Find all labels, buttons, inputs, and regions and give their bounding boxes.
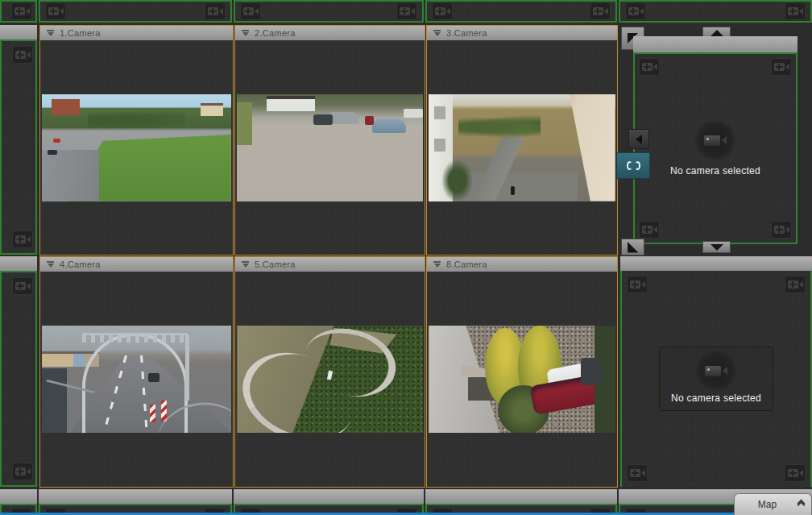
camera-lens-glyph [27,283,31,289]
camera-tile-3[interactable]: 3.Camera [426,25,618,255]
scene-trees [88,111,186,128]
camera-lens-glyph [27,236,31,243]
scene-van-white [404,109,423,118]
camera-glyph [15,235,26,243]
camera-glyph [15,51,26,59]
empty-cell[interactable] [39,0,232,23]
camera-titlebar[interactable]: 2.Camera [235,26,425,40]
expand-corner-bottom-left-button[interactable] [621,239,644,255]
camera-add-icon[interactable] [785,276,806,293]
camera-menu-icon[interactable] [241,30,250,36]
camera-menu-icon[interactable] [46,261,55,268]
camera-add-icon[interactable] [627,276,648,293]
camera-tile-4[interactable]: 4.Camera [39,256,234,488]
scene-barrier-stripe [150,405,155,422]
placeholder-box: No camera selected [659,347,773,411]
scene-grass [237,102,251,145]
camera-glyph [642,63,652,71]
camera-tile-1[interactable]: 1.Camera [39,25,234,255]
camera-viewport[interactable] [235,272,425,487]
camera-glyph [774,63,785,71]
camera-add-icon[interactable] [205,2,226,20]
camera-add-icon[interactable] [432,2,453,20]
camera-tile-5[interactable]: 5.Camera [234,256,425,488]
placeholder-message: No camera selected [670,165,760,177]
empty-cell-titlebar[interactable] [0,256,37,271]
camera-lens-glyph [641,470,645,476]
selected-empty-cell[interactable]: No camera selected [633,36,798,244]
camera-menu-icon[interactable] [241,261,250,268]
empty-cell[interactable] [234,0,424,23]
camera-add-icon[interactable] [240,2,261,20]
camera-glyph [630,280,640,289]
camera-add-icon[interactable] [590,2,611,20]
expand-up-icon [710,30,723,36]
camera-add-icon[interactable] [12,231,33,248]
camera-add-icon[interactable] [785,464,806,482]
camera-add-icon[interactable] [639,58,660,76]
scene-building [52,99,80,115]
camera-viewport[interactable] [40,272,233,487]
camera-tile-8[interactable]: 8.Camera [426,256,618,488]
camera-lens-glyph [26,8,30,15]
camera-add-icon[interactable] [639,221,660,239]
empty-cell-titlebar[interactable] [0,25,37,39]
camera-viewport[interactable] [235,40,425,255]
camera-add-icon[interactable] [12,277,33,295]
map-panel-button[interactable]: Map [734,493,812,515]
empty-cell-body[interactable]: No camera selected [620,271,812,487]
camera-add-icon[interactable] [11,2,32,20]
camera-menu-icon[interactable] [46,30,55,36]
camera-add-icon[interactable] [12,46,33,64]
camera-video-frame [237,326,422,433]
camera-add-icon[interactable] [625,2,646,20]
unlink-button[interactable] [616,152,650,179]
camera-titlebar[interactable]: 3.Camera [427,26,617,40]
camera-title: 2.Camera [255,28,296,38]
camera-titlebar[interactable]: 5.Camera [235,257,425,272]
empty-cell-titlebar[interactable] [39,489,232,504]
camera-add-icon[interactable] [785,2,806,20]
empty-cell[interactable] [0,39,37,255]
scene-road [42,150,98,201]
camera-title: 1.Camera [60,28,101,38]
expand-down-button[interactable] [702,241,731,253]
camera-lens-glyph [640,8,644,15]
empty-cell[interactable] [0,271,37,487]
surveillance-layout-grid: 1.Camera 2.Camera [0,0,812,515]
empty-cell-titlebar[interactable] [425,489,617,504]
camera-titlebar[interactable]: 4.Camera [40,257,233,272]
scene-car-dark [581,358,602,385]
expand-down-icon [710,244,723,251]
expand-left-button[interactable] [628,129,649,149]
camera-menu-icon[interactable] [433,30,441,36]
camera-add-icon[interactable] [12,463,33,480]
empty-cell-titlebar[interactable] [0,489,37,504]
scene-car [148,373,160,382]
camera-titlebar[interactable]: 8.Camera [427,257,617,272]
camera-tile-2[interactable]: 2.Camera [234,25,425,255]
camera-lens-glyph [219,8,223,15]
camera-glyph [642,226,652,234]
empty-cell-body[interactable]: No camera selected [633,52,798,244]
camera-lens-glyph [653,226,657,233]
camera-add-icon[interactable] [771,58,792,76]
empty-cell[interactable] [619,0,812,23]
camera-glyph [788,7,798,15]
empty-cell-titlebar[interactable] [234,489,424,504]
camera-glyph [630,469,640,477]
camera-add-icon[interactable] [396,2,417,20]
camera-viewport[interactable] [427,40,617,255]
empty-cell-titlebar[interactable] [620,256,812,271]
camera-menu-icon[interactable] [433,261,441,268]
empty-cell-titlebar[interactable] [633,36,798,52]
empty-cell[interactable] [0,0,37,23]
camera-titlebar[interactable]: 1.Camera [40,26,233,40]
camera-viewport[interactable] [40,40,233,255]
camera-add-icon[interactable] [45,2,66,20]
camera-add-icon[interactable] [627,464,648,482]
camera-add-icon[interactable] [771,221,792,239]
camera-video-frame [429,326,615,433]
empty-cell[interactable] [425,0,617,23]
camera-viewport[interactable] [427,272,617,487]
